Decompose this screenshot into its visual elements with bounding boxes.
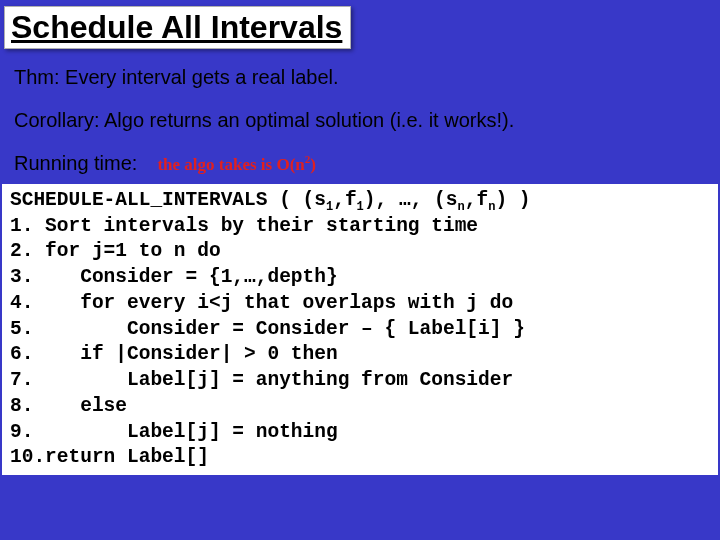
running-time-row: Running time: the algo takes is O(n2) (14, 149, 702, 178)
code-line: 8. else (10, 395, 127, 417)
corollary-text: Corollary: Algo returns an optimal solut… (14, 106, 702, 135)
handwritten-annotation: the algo takes is O(n2) (157, 151, 316, 177)
code-line: 7. Label[j] = anything from Consider (10, 369, 513, 391)
code-signature: SCHEDULE-ALL_INTERVALS ( (s1,f1), …, (sn… (10, 189, 531, 211)
slide-body: Thm: Every interval gets a real label. C… (0, 49, 720, 184)
slide-title: Schedule All Intervals (4, 6, 351, 49)
code-line: 4. for every i<j that overlaps with j do (10, 292, 513, 314)
code-line: 1. Sort intervals by their starting time (10, 215, 478, 237)
code-line: 6. if |Consider| > 0 then (10, 343, 338, 365)
code-line: 9. Label[j] = nothing (10, 421, 338, 443)
running-time-label: Running time: (14, 149, 137, 178)
code-line: 10.return Label[] (10, 446, 209, 468)
slide: Schedule All Intervals Thm: Every interv… (0, 0, 720, 540)
theorem-text: Thm: Every interval gets a real label. (14, 63, 702, 92)
code-line: 3. Consider = {1,…,depth} (10, 266, 338, 288)
code-line: 2. for j=1 to n do (10, 240, 221, 262)
code-line: 5. Consider = Consider – { Label[i] } (10, 318, 525, 340)
pseudocode-box: SCHEDULE-ALL_INTERVALS ( (s1,f1), …, (sn… (2, 184, 718, 475)
